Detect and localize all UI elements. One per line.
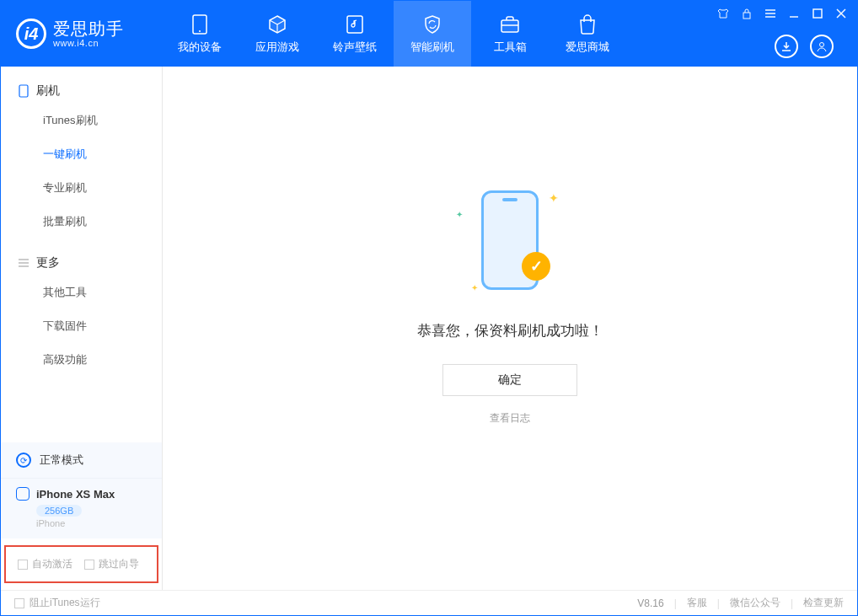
mode-label: 正常模式 [40,453,83,468]
body: 刷机 iTunes刷机 一键刷机 专业刷机 批量刷机 更多 其他工具 下载固件 … [1,67,857,590]
logo-text: 爱思助手 www.i4.cn [53,19,124,48]
checkbox-label: 自动激活 [32,557,72,571]
list-icon [18,257,29,269]
music-note-icon [344,13,366,35]
sidebar-item-advanced[interactable]: 高级功能 [1,343,162,377]
checkbox-icon [84,560,94,570]
svg-rect-3 [501,20,518,32]
sidebar-item-download-firmware[interactable]: 下载固件 [1,309,162,343]
toolbox-icon [499,13,521,35]
nav-label: 爱思商城 [566,40,609,55]
separator: | [791,597,793,609]
nav-label: 铃声壁纸 [333,40,377,55]
version-label: V8.16 [637,597,663,609]
app-title: 爱思助手 [53,19,124,38]
footer-link-update[interactable]: 检查更新 [803,596,844,610]
nav-tabs: 我的设备 应用游戏 铃声壁纸 智能刷机 工具箱 [161,1,626,67]
sidebar-item-oneclick-flash[interactable]: 一键刷机 [1,137,162,171]
success-message: 恭喜您，保资料刷机成功啦！ [417,321,603,340]
close-icon[interactable] [834,6,849,21]
svg-rect-7 [19,85,28,97]
confirm-button[interactable]: 确定 [442,364,577,396]
phone-icon [189,13,211,35]
checkbox-label: 跳过向导 [99,557,139,571]
nav-label: 应用游戏 [255,40,299,55]
svg-rect-5 [813,9,822,18]
storage-badge: 256GB [36,505,82,517]
svg-point-6 [820,43,824,47]
separator: | [717,597,720,609]
nav-label: 智能刷机 [410,40,454,55]
checkbox-row: 自动激活 跳过向导 [4,545,158,583]
logo-icon: i4 [16,19,46,49]
footer: 阻止iTunes运行 V8.16 | 客服 | 微信公众号 | 检查更新 [1,590,857,615]
device-icon [18,85,29,97]
sidebar-section-flash: 刷机 iTunes刷机 一键刷机 专业刷机 批量刷机 [1,67,162,238]
user-icon[interactable] [810,35,834,58]
device-row: iPhone XS Max [16,487,147,501]
svg-point-1 [199,30,201,32]
logo-block: i4 爱思助手 www.i4.cn [1,1,161,67]
nav-label: 我的设备 [178,40,222,55]
sidebar-header-label: 更多 [36,255,60,271]
nav-store[interactable]: 爱思商城 [549,1,626,67]
app-subtitle: www.i4.cn [53,38,124,48]
device-box[interactable]: iPhone XS Max 256GB iPhone [1,479,162,538]
sidebar-item-other-tools[interactable]: 其他工具 [1,276,162,309]
nav-apps-games[interactable]: 应用游戏 [239,1,316,67]
footer-block-label: 阻止iTunes运行 [29,596,100,610]
footer-link-wechat[interactable]: 微信公众号 [730,596,780,610]
nav-label: 工具箱 [494,40,527,55]
mode-box[interactable]: ⟳ 正常模式 [1,442,162,479]
header-right-icons [775,35,834,58]
checkbox-icon [18,560,28,570]
check-badge-icon: ✓ [522,252,550,281]
cube-icon [266,13,288,35]
sidebar-header-flash: 刷机 [1,78,162,104]
sidebar-header-label: 刷机 [36,83,60,99]
sidebar-item-batch-flash[interactable]: 批量刷机 [1,205,162,238]
device-type: iPhone [36,518,147,528]
sparkle-icon: ✦ [456,210,463,219]
maximize-icon[interactable] [810,6,825,21]
checkbox-skip-guide[interactable]: 跳过向导 [84,557,139,571]
sparkle-icon: ✦ [471,283,478,292]
footer-right: V8.16 | 客服 | 微信公众号 | 检查更新 [637,596,844,610]
sidebar-header-more: 更多 [1,250,162,276]
nav-toolbox[interactable]: 工具箱 [471,1,549,67]
header: i4 爱思助手 www.i4.cn 我的设备 应用游戏 铃声壁纸 [1,1,857,67]
refresh-icon: ⟳ [16,453,31,468]
sidebar-bottom: ⟳ 正常模式 iPhone XS Max 256GB iPhone 自动激活 跳 [1,442,162,590]
shield-refresh-icon [421,13,443,35]
sidebar-item-pro-flash[interactable]: 专业刷机 [1,171,162,205]
svg-rect-4 [743,13,750,19]
checkbox-block-itunes[interactable]: 阻止iTunes运行 [14,596,100,610]
sparkle-icon: ✦ [549,191,559,205]
device-name: iPhone XS Max [36,488,115,501]
sidebar-item-itunes-flash[interactable]: iTunes刷机 [1,104,162,137]
lock-icon[interactable] [739,6,754,21]
menu-icon[interactable] [763,6,778,21]
window-controls [716,6,849,21]
shopping-bag-icon [576,13,598,35]
download-icon[interactable] [775,35,798,58]
sidebar: 刷机 iTunes刷机 一键刷机 专业刷机 批量刷机 更多 其他工具 下载固件 … [1,67,163,590]
main-content: ✦ ✦ ✦ ✓ 恭喜您，保资料刷机成功啦！ 确定 查看日志 [163,67,857,590]
footer-link-support[interactable]: 客服 [687,596,707,610]
view-log-link[interactable]: 查看日志 [490,411,530,426]
success-illustration: ✦ ✦ ✦ ✓ [451,181,569,299]
phone-small-icon [16,487,29,501]
sidebar-section-more: 更多 其他工具 下载固件 高级功能 [1,238,162,377]
nav-smart-flash[interactable]: 智能刷机 [394,1,471,67]
nav-ringtone-wallpaper[interactable]: 铃声壁纸 [316,1,394,67]
nav-my-device[interactable]: 我的设备 [161,1,239,67]
minimize-icon[interactable] [786,6,802,21]
tshirt-icon[interactable] [716,6,731,21]
checkbox-icon [14,598,24,608]
separator: | [674,597,677,609]
checkbox-auto-activate[interactable]: 自动激活 [18,557,72,571]
